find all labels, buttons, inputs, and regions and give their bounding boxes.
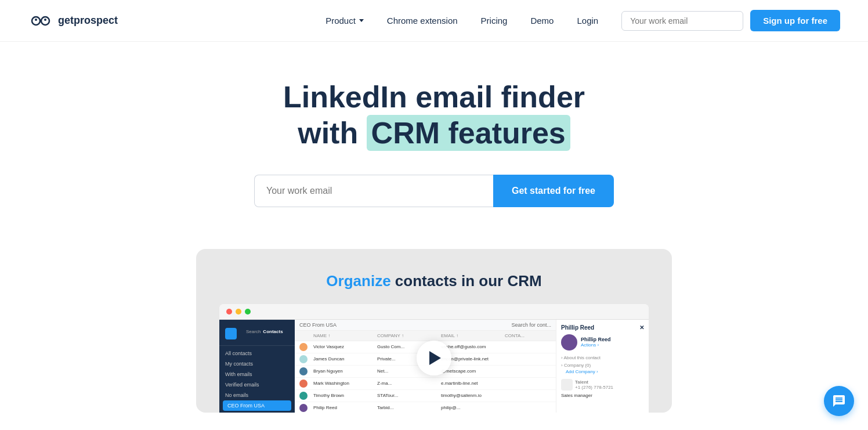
app-sidebar: Search Contacts All contacts My contacts… bbox=[219, 320, 295, 413]
table-row: Philip Reed Tarbid... philip@... bbox=[295, 402, 556, 413]
app-main-header: CEO From USA Search for cont... bbox=[295, 320, 556, 331]
hero-highlight: CRM features bbox=[367, 115, 570, 151]
hero-title: LinkedIn email finder with CRM features bbox=[283, 79, 585, 151]
avatar bbox=[299, 404, 308, 412]
add-company-button[interactable]: Add Company › bbox=[566, 369, 644, 374]
sidebar-item-no-emails[interactable]: No emails bbox=[219, 390, 295, 400]
panel-name: Phillip Reed bbox=[581, 337, 611, 342]
hero-cta-button[interactable]: Get started for free bbox=[493, 175, 614, 207]
browser-dot-yellow bbox=[236, 309, 241, 315]
sidebar-item-with-emails[interactable]: With emails bbox=[219, 369, 295, 380]
sidebar-item-ceo-usa[interactable]: CEO From USA bbox=[223, 400, 291, 411]
chevron-down-icon bbox=[359, 19, 364, 22]
play-icon bbox=[429, 351, 441, 365]
panel-company-section: › Company (0) bbox=[561, 363, 644, 368]
browser-dot-red bbox=[226, 309, 232, 315]
panel-avatar bbox=[561, 334, 577, 350]
app-sidebar-header: Search Contacts bbox=[219, 324, 295, 346]
browser-chrome bbox=[219, 304, 649, 320]
play-button[interactable] bbox=[417, 341, 451, 375]
browser-dot-green bbox=[245, 309, 251, 315]
table-row: Timothy Brown STATour... timothy@sallenm… bbox=[295, 390, 556, 402]
avatar bbox=[299, 355, 308, 363]
demo-title: Organize contacts in our CRM bbox=[326, 272, 541, 290]
svg-point-4 bbox=[44, 19, 46, 21]
sidebar-item-my-contacts[interactable]: My contacts bbox=[219, 359, 295, 369]
chat-icon bbox=[832, 394, 846, 408]
nav-email-input[interactable] bbox=[621, 11, 743, 31]
panel-person: Phillip Reed Actions › bbox=[561, 334, 644, 350]
demo-container: Organize contacts in our CRM Search Cont… bbox=[196, 249, 672, 413]
talent-phone: +1 (276) 778-5721 bbox=[575, 385, 613, 390]
brand-name: getprospect bbox=[58, 15, 118, 27]
chat-support-button[interactable] bbox=[824, 386, 854, 413]
panel-talent-section: Talent +1 (276) 778-5721 bbox=[561, 379, 644, 391]
panel-actions[interactable]: Actions › bbox=[581, 342, 611, 348]
app-sidebar-logo bbox=[225, 328, 237, 339]
nav-links: Product Chrome extension Pricing Demo Lo… bbox=[316, 11, 607, 30]
table-row: Mark Washington Z-ma... e.martinlb-line.… bbox=[295, 378, 556, 390]
panel-about-section: › About this contact bbox=[561, 355, 644, 360]
nav-login[interactable]: Login bbox=[567, 11, 607, 30]
app-panel-header: Phillip Reed ✕ bbox=[561, 324, 644, 331]
nav-demo[interactable]: Demo bbox=[521, 11, 563, 30]
navbar: getprospect Product Chrome extension Pri… bbox=[0, 0, 868, 42]
hero-form: Get started for free bbox=[254, 175, 614, 207]
hero-email-input[interactable] bbox=[254, 175, 493, 207]
sidebar-item-all-contacts[interactable]: All contacts bbox=[219, 348, 295, 359]
nav-pricing[interactable]: Pricing bbox=[472, 11, 517, 30]
nav-product[interactable]: Product bbox=[316, 11, 373, 30]
logo-icon bbox=[28, 8, 53, 34]
demo-section: Organize contacts in our CRM Search Cont… bbox=[0, 230, 868, 413]
panel-role: Sales manager bbox=[561, 393, 644, 398]
demo-screenshot: Search Contacts All contacts My contacts… bbox=[219, 304, 649, 413]
sidebar-item-all-filters[interactable]: All saved filters bbox=[219, 411, 295, 413]
sidebar-item-verified-emails[interactable]: Verified emails bbox=[219, 380, 295, 390]
talent-name: Talent bbox=[575, 380, 613, 385]
app-panel: Phillip Reed ✕ Phillip Reed Actions › › … bbox=[556, 320, 649, 413]
avatar bbox=[299, 343, 308, 351]
app-sidebar-tabs: Search Contacts bbox=[240, 329, 289, 338]
logo-link[interactable]: getprospect bbox=[28, 8, 118, 34]
nav-chrome-extension[interactable]: Chrome extension bbox=[378, 11, 467, 30]
hero-section: LinkedIn email finder with CRM features … bbox=[0, 42, 868, 230]
avatar bbox=[299, 367, 308, 375]
app-table-header: NAME ↑ COMPANY ↑ EMAIL ↑ CONTA... bbox=[295, 331, 556, 341]
svg-point-3 bbox=[35, 19, 37, 21]
talent-logo bbox=[561, 379, 573, 391]
nav-signup-button[interactable]: Sign up for free bbox=[750, 10, 840, 31]
avatar bbox=[299, 380, 308, 388]
avatar bbox=[299, 392, 308, 400]
